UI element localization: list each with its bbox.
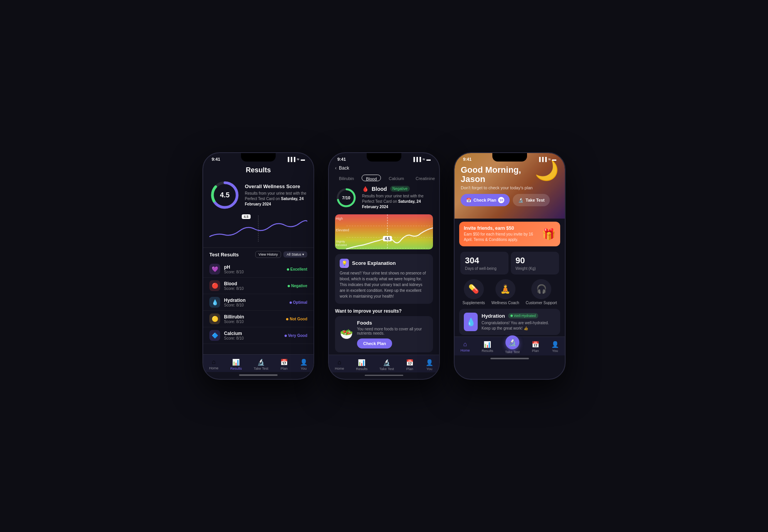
ph-info: pH Score: 8/10	[224, 264, 283, 274]
wifi-icon-3: ≈	[548, 157, 551, 162]
score-section: 4.5 Overall Wellness Score Results from …	[203, 177, 313, 214]
weight-stat: 90 Weight (Kg)	[511, 252, 559, 274]
blood-info-row: 7/10 🩸 Blood Negative Results from your …	[329, 183, 439, 213]
notch	[241, 153, 276, 162]
test-actions: View History All Status ▾	[255, 251, 307, 258]
nav-results-1[interactable]: 📊Results	[227, 358, 245, 371]
nav-plan-1[interactable]: 📅Plan	[277, 358, 291, 371]
supplements-label: Supplements	[462, 301, 485, 305]
food-icon: 🥗	[340, 328, 353, 340]
nav-you-1[interactable]: 👤You	[297, 358, 311, 371]
svg-text:High: High	[336, 217, 343, 221]
improve-title: Want to improve your results?	[335, 308, 433, 314]
phone-home: 9:41 ▐▐▐ ≈ ▬ Good Morning, Jason	[454, 152, 566, 380]
check-plan-button-home[interactable]: 📅 Check Plan 10	[461, 194, 510, 206]
food-info: Foods You need more foods to cover all y…	[357, 320, 428, 348]
test-item[interactable]: 🔴 Blood Score: 8/10 Negative	[203, 278, 313, 294]
view-history-button[interactable]: View History	[255, 251, 281, 258]
tab-bilirubin[interactable]: Bilirubin	[335, 175, 358, 181]
test-item[interactable]: 💜 pH Score: 8/10 Excellent	[203, 261, 313, 278]
exp-title-row: 💡 Score Explanation	[340, 259, 428, 268]
tab-calcium[interactable]: Calcium	[385, 175, 408, 181]
test-item[interactable]: 🔷 Calcium Score: 8/10 Very Good	[203, 327, 313, 344]
results-screen: Results 4.5 Overall Wellness Score	[203, 163, 313, 379]
check-plan-badge: 10	[498, 197, 504, 203]
home-indicator-3	[490, 358, 529, 359]
exp-title: Score Explanation	[352, 260, 396, 266]
invite-desc: Earn $50 for each friend you invite by 1…	[464, 232, 539, 242]
blood-details: 🩸 Blood Negative Results from your urine…	[362, 186, 433, 210]
tab-blood[interactable]: Blood	[362, 175, 381, 181]
calcium-icon: 🔷	[209, 330, 220, 341]
billirubin-info: Billirubin Score: 8/10	[224, 314, 282, 324]
supplements-service[interactable]: 💊 Supplements	[462, 279, 485, 305]
invite-banner[interactable]: Invite friends, earn $50 Earn $50 for ea…	[459, 222, 560, 246]
days-number: 304	[465, 256, 504, 266]
home-indicator-2	[365, 375, 403, 376]
status-icons-3: ▐▐▐ ≈ ▬	[538, 157, 556, 162]
hydration-title: Hydration	[482, 313, 505, 319]
hero-buttons: 📅 Check Plan 10 🔬 Take Test	[461, 194, 559, 206]
home-screen: Good Morning, Jason Don't forget to chec…	[455, 153, 565, 379]
bottom-nav-1: ⌂Home 📊Results 🔬Take Test 📅Plan 👤You	[203, 354, 313, 372]
calcium-info: Calcium Score: 8/10	[224, 331, 281, 340]
nav-taketest-1[interactable]: 🔬Take Test	[251, 358, 271, 371]
ph-icon: 💜	[209, 264, 220, 274]
chart-value-label: 4.5	[242, 214, 251, 219]
nav-you-3[interactable]: 👤You	[548, 340, 562, 355]
wellness-coach-service[interactable]: 🧘 Wellness Coach	[492, 279, 519, 305]
svg-text:Elevated: Elevated	[336, 243, 347, 247]
signal-icon-2: ▐▐▐	[412, 157, 421, 162]
nav-home-3[interactable]: ⌂Home	[457, 340, 473, 355]
gauge-score: 7/10	[342, 195, 350, 200]
microscope-icon: 🔬	[518, 198, 524, 203]
nav-plan-2[interactable]: 📅Plan	[403, 358, 417, 372]
supplements-icon: 💊	[464, 279, 484, 299]
nav-home-1[interactable]: ⌂Home	[206, 358, 221, 371]
blood-icon: 🔴	[209, 280, 220, 291]
hydration-title-row: Hydration Well-Hydrated	[482, 313, 556, 319]
nav-results-3[interactable]: 📊Results	[478, 340, 496, 355]
customer-support-service[interactable]: 🎧 Customer Support	[525, 279, 557, 305]
support-label: Customer Support	[525, 301, 557, 305]
battery-icon: ▬	[301, 157, 305, 162]
hydration-card[interactable]: 💧 Hydration Well-Hydrated Congratulation…	[459, 309, 560, 335]
nav-results-2[interactable]: 📊Results	[353, 358, 371, 372]
nav-you-2[interactable]: 👤You	[423, 358, 436, 372]
nav-taketest-2[interactable]: 🔬Take Test	[376, 358, 397, 372]
billirubin-icon: 🟡	[209, 313, 220, 324]
signal-icon-3: ▐▐▐	[538, 157, 547, 162]
take-test-button-home[interactable]: 🔬 Take Test	[513, 194, 550, 206]
greeting-sub: Don't forget to check your today's plan	[461, 185, 559, 190]
blood-drop-icon: 🩸	[362, 186, 369, 192]
blood-info: Blood Score: 8/10	[224, 281, 284, 291]
phone-blood-detail: 9:41 ▐▐▐ ≈ ▬ ‹ Back Bilirubin Blood Calc…	[328, 152, 440, 380]
test-results-title: Test Results	[209, 252, 239, 258]
food-desc: You need more foods to cover all your nu…	[357, 327, 428, 335]
divider	[203, 247, 313, 248]
back-button[interactable]: ‹ Back	[329, 163, 439, 173]
test-item[interactable]: 💧 Hydration Score: 8/10 Optimal	[203, 294, 313, 311]
invite-text: Invite friends, earn $50 Earn $50 for ea…	[464, 226, 539, 242]
check-plan-button[interactable]: Check Plan	[357, 338, 392, 348]
phone-results: 9:41 ▐▐▐ ≈ ▬ Results	[202, 152, 314, 380]
score-sub: Results from your urine test with the Pe…	[245, 191, 307, 207]
nav-home-2[interactable]: ⌂Home	[332, 358, 347, 372]
test-item[interactable]: 🟡 Billirubin Score: 8/10 Not Good	[203, 311, 313, 327]
days-stat: 304 Days of well-being	[460, 252, 509, 274]
svg-text:Elevated: Elevated	[336, 228, 349, 232]
nav-plan-3[interactable]: 📅Plan	[529, 340, 542, 355]
weight-number: 90	[515, 256, 554, 266]
notch-2	[367, 153, 401, 162]
status-icons-2: ▐▐▐ ≈ ▬	[412, 157, 431, 162]
tab-creatinine[interactable]: Creatinine	[412, 175, 439, 181]
notch-3	[492, 153, 527, 162]
hydration-icon: 💧	[209, 297, 220, 308]
phones-container: 9:41 ▐▐▐ ≈ ▬ Results	[202, 152, 566, 380]
blood-chart: High Elevated Slightly Elevated Normal 4…	[335, 214, 433, 249]
status-time-2: 9:41	[337, 157, 346, 162]
results-header: Results	[203, 163, 313, 177]
nav-taketest-3[interactable]: 🔬 Take Test	[502, 340, 523, 355]
status-dropdown[interactable]: All Status ▾	[283, 251, 307, 258]
ph-status: Excellent	[287, 267, 307, 271]
